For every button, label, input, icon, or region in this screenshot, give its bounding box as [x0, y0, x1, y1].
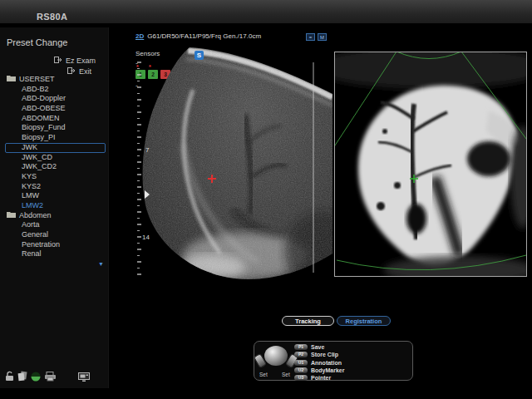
- softkey-hint: U3Pointer: [294, 374, 344, 382]
- image-info-bar: 2DG61/DR50/FA11/P95/Frq Gen./17.0cm: [135, 32, 261, 40]
- app-title: RS80A: [37, 12, 67, 22]
- preset-item[interactable]: Biopsy_PI: [0, 133, 108, 143]
- preset-item[interactable]: Penetration: [0, 240, 108, 250]
- preset-item[interactable]: JWK: [0, 143, 108, 153]
- set-left-label: Set: [259, 372, 268, 377]
- softkey-label: BodyMarker: [311, 367, 344, 373]
- preset-item[interactable]: ABD-B2: [0, 85, 108, 95]
- preset-item[interactable]: General: [0, 230, 108, 240]
- softkey-hints: P1SaveP2Store ClipU1AnnotationU2BodyMark…: [294, 343, 344, 382]
- ez-exam-label: Ez Exam: [66, 57, 96, 65]
- depth-label-7: 7: [145, 146, 150, 154]
- softkey-hint: P1Save: [294, 343, 344, 351]
- softkey-label: Save: [311, 344, 324, 350]
- softkey-key-badge: U1: [294, 360, 308, 366]
- preset-item[interactable]: Renal: [0, 249, 108, 259]
- softkey-hint-panel: Set Set P1SaveP2Store ClipU1AnnotationU2…: [254, 341, 413, 381]
- preset-item[interactable]: ABDOMEN: [0, 114, 108, 124]
- preset-item[interactable]: ABD-Doppler: [0, 94, 108, 104]
- preset-item[interactable]: ABD-OBESE: [0, 104, 108, 114]
- mode-2d-label: 2D: [135, 32, 144, 40]
- preset-item[interactable]: JWK_CD: [0, 153, 108, 163]
- depth-ruler: [137, 62, 141, 274]
- lock-icon[interactable]: [5, 370, 14, 385]
- softkey-hint: U2BodyMarker: [294, 367, 344, 374]
- softkey-key-badge: P2: [294, 352, 308, 357]
- softkey-key-badge: U2: [294, 367, 308, 373]
- set-right-label: Set: [282, 372, 290, 377]
- tracking-button[interactable]: Tracking: [282, 316, 334, 326]
- rs80a-screen: RS80A Preset Change Ez Exam Exit USERSET…: [0, 0, 532, 399]
- title-bar: RS80A: [0, 0, 532, 23]
- image-params: G61/DR50/FA11/P95/Frq Gen./17.0cm: [147, 32, 261, 40]
- softkey-hint: P2Store Clip: [294, 351, 344, 358]
- folder-icon: [7, 211, 16, 221]
- panel-title: Preset Change: [7, 37, 67, 47]
- preset-item[interactable]: LMW: [0, 191, 108, 201]
- ultrasound-image[interactable]: 7 14 S: [133, 44, 334, 287]
- preset-tree: USERSETABD-B2ABD-DopplerABD-OBESEABDOMEN…: [0, 75, 108, 259]
- softkey-hint: U1Annotation: [294, 359, 344, 367]
- preset-item[interactable]: Biopsy_Fund: [0, 123, 108, 133]
- folder-icon: [7, 75, 16, 85]
- status-icon-row: [5, 370, 90, 385]
- exit-arrow-icon: [54, 57, 62, 65]
- preset-item[interactable]: LMW2: [0, 201, 108, 211]
- trackball-icon: [264, 346, 288, 366]
- preset-item[interactable]: KYS2: [0, 182, 108, 192]
- ez-exam-button[interactable]: Ez Exam: [54, 57, 96, 65]
- softkey-label: Pointer: [311, 375, 331, 381]
- preset-item[interactable]: JWK_CD2: [0, 162, 108, 172]
- status-orb-icon: [31, 370, 41, 385]
- m-mode-badge-icon[interactable]: M: [318, 33, 327, 41]
- mri-image[interactable]: [334, 52, 527, 277]
- monitor-icon[interactable]: [78, 370, 90, 385]
- softkey-key-badge: U3: [294, 375, 308, 381]
- documents-icon[interactable]: [17, 370, 27, 385]
- softkey-label: Annotation: [311, 360, 342, 366]
- depth-label-14: 14: [142, 234, 150, 241]
- thumbnail-badge-icon[interactable]: =: [306, 33, 315, 41]
- preset-panel: Preset Change Ez Exam Exit USERSETABD-B2…: [0, 27, 109, 388]
- registration-button[interactable]: Registration: [337, 316, 391, 326]
- preset-item[interactable]: KYS: [0, 172, 108, 182]
- preset-folder[interactable]: Abdomen: [0, 211, 108, 221]
- preset-folder[interactable]: USERSET: [0, 75, 108, 85]
- softkey-label: Store Clip: [311, 352, 338, 357]
- printer-icon[interactable]: [44, 370, 57, 385]
- orientation-badge: S: [195, 51, 204, 60]
- scroll-down-icon[interactable]: ▼: [98, 261, 104, 267]
- softkey-key-badge: P1: [294, 344, 308, 350]
- preset-item[interactable]: Aorta: [0, 220, 108, 230]
